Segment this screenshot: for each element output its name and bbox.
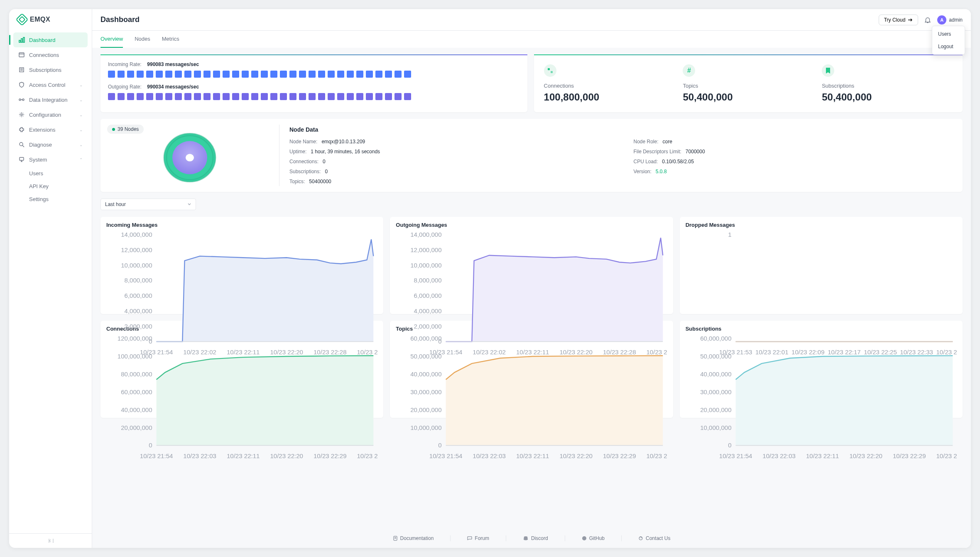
tab-nodes[interactable]: Nodes [135, 31, 150, 48]
svg-text:10/23 21:54: 10/23 21:54 [429, 452, 463, 459]
user-menu-logout[interactable]: Logout [932, 40, 965, 53]
sidebar-item-label: Data Integration [29, 97, 68, 103]
rate-block [175, 71, 182, 78]
user-menu: Users Logout [932, 26, 965, 55]
try-cloud-label: Try Cloud [884, 17, 906, 23]
sidebar-item-extensions[interactable]: Extensions⌄ [13, 122, 88, 137]
chart-body: 60,000,00050,000,00040,000,00030,000,000… [686, 334, 957, 461]
user-chip[interactable]: A admin [937, 15, 963, 25]
brand-logo[interactable]: EMQX [9, 9, 92, 30]
rate-block [194, 93, 201, 100]
rate-block [347, 93, 354, 100]
sidebar-item-label: Access Control [29, 82, 65, 88]
content-area: Incoming Rate: 990083 messages/sec Outgo… [92, 48, 971, 548]
sidebar-item-system[interactable]: System⌃ [13, 152, 88, 167]
sidebar-item-connections[interactable]: Connections [13, 47, 88, 62]
rate-block [118, 93, 125, 100]
node-kv-value[interactable]: 5.0.8 [656, 169, 667, 174]
bookmark-icon [822, 64, 834, 77]
rate-block [366, 71, 373, 78]
rate-block [404, 93, 411, 100]
stat-connections: Connections 100,800,000 [544, 64, 675, 103]
rate-block [223, 93, 230, 100]
try-cloud-button[interactable]: Try Cloud [879, 15, 919, 25]
sidebar-item-label: Configuration [29, 112, 61, 118]
outgoing-rate-blocks [108, 93, 520, 100]
connections-icon [544, 64, 556, 77]
svg-text:10/23 22:20: 10/23 22:20 [270, 452, 303, 459]
node-kv-value: 0 [325, 169, 328, 174]
svg-text:10/23 21:54: 10/23 21:54 [719, 452, 752, 459]
rate-block [242, 71, 249, 78]
rate-block [175, 93, 182, 100]
svg-text:10/23 22:29: 10/23 22:29 [314, 452, 347, 459]
svg-text:10/23 22:29: 10/23 22:29 [893, 452, 926, 459]
chart-body: 120,000,000100,000,00080,000,00060,000,0… [106, 334, 377, 461]
node-kv-grid: Node Name:emqx@10.0.13.209Node Role:core… [289, 139, 953, 184]
sidebar-item-label: Connections [29, 52, 59, 58]
gear-icon [18, 111, 25, 118]
sidebar-subitem-settings[interactable]: Settings [29, 193, 88, 206]
node-kv-key: Version: [634, 169, 652, 174]
node-kv-key: Topics: [289, 179, 305, 184]
svg-text:30,000,000: 30,000,000 [700, 388, 731, 395]
node-count-badge[interactable]: 39 Nodes [107, 125, 144, 134]
svg-text:10/23 21:54: 10/23 21:54 [140, 452, 173, 459]
footer-contact[interactable]: Contact Us [632, 535, 677, 541]
rate-block [242, 93, 249, 100]
stat-connections-value: 100,800,000 [544, 91, 675, 103]
sidebar-item-dashboard[interactable]: Dashboard [13, 32, 88, 47]
svg-text:10/23 22:38: 10/23 22:38 [647, 452, 667, 459]
footer-discord[interactable]: Discord [516, 535, 555, 541]
svg-text:40,000,000: 40,000,000 [700, 371, 731, 378]
status-dot-icon [112, 128, 115, 131]
rate-block [394, 93, 402, 100]
node-kv: Subscriptions:0 [289, 169, 609, 174]
rate-block [194, 71, 201, 78]
discord-icon [523, 536, 529, 541]
github-icon [582, 536, 587, 541]
sidebar-item-subscriptions[interactable]: Subscriptions [13, 62, 88, 77]
rate-block [347, 71, 354, 78]
brand-mark-icon [15, 13, 28, 26]
time-range-label: Last hour [105, 201, 126, 207]
svg-text:0: 0 [728, 442, 731, 449]
sidebar-item-access-control[interactable]: Access Control⌄ [13, 77, 88, 92]
hash-icon: # [683, 64, 695, 77]
sidebar-collapse-toggle[interactable] [47, 538, 54, 544]
footer-forum[interactable]: Forum [461, 535, 496, 541]
sidebar-subitem-users[interactable]: Users [29, 167, 88, 180]
chat-icon [467, 536, 472, 541]
node-data-title: Node Data [289, 126, 953, 133]
rate-block [251, 93, 258, 100]
time-range-select[interactable]: Last hour [100, 199, 196, 210]
incoming-rate-label: Incoming Rate: [108, 61, 142, 67]
tab-metrics[interactable]: Metrics [162, 31, 179, 48]
bell-icon[interactable] [924, 16, 931, 24]
svg-text:20,000,000: 20,000,000 [410, 406, 441, 413]
chart-svg: 120,000,000100,000,00080,000,00060,000,0… [106, 334, 377, 461]
sidebar-item-configuration[interactable]: Configuration⌄ [13, 107, 88, 122]
svg-text:10/23 22:20: 10/23 22:20 [849, 452, 882, 459]
arrow-right-icon [908, 18, 913, 22]
rate-block [156, 93, 163, 100]
svg-text:10/23 22:38: 10/23 22:38 [936, 452, 957, 459]
node-kv: Node Role:core [634, 139, 953, 145]
tab-overview[interactable]: Overview [100, 31, 123, 48]
sidebar-item-data-integration[interactable]: Data Integration⌄ [13, 92, 88, 107]
sidebar-item-diagnose[interactable]: Diagnose⌄ [13, 137, 88, 152]
outgoing-rate-label: Outgoing Rate: [108, 84, 142, 90]
rate-block [127, 93, 134, 100]
rate-block [232, 71, 239, 78]
svg-rect-11 [551, 71, 553, 73]
svg-text:2,000,000: 2,000,000 [125, 323, 152, 330]
sidebar-item-label: System [29, 157, 47, 163]
sidebar-subitem-api-key[interactable]: API Key [29, 180, 88, 193]
svg-rect-1 [21, 39, 22, 42]
rate-block [146, 71, 153, 78]
user-menu-users[interactable]: Users [932, 28, 965, 40]
chevron-down-icon: ⌄ [79, 142, 83, 147]
footer-documentation[interactable]: Documentation [386, 535, 441, 541]
footer-github[interactable]: GitHub [575, 535, 611, 541]
svg-text:10/23 22:11: 10/23 22:11 [806, 452, 839, 459]
